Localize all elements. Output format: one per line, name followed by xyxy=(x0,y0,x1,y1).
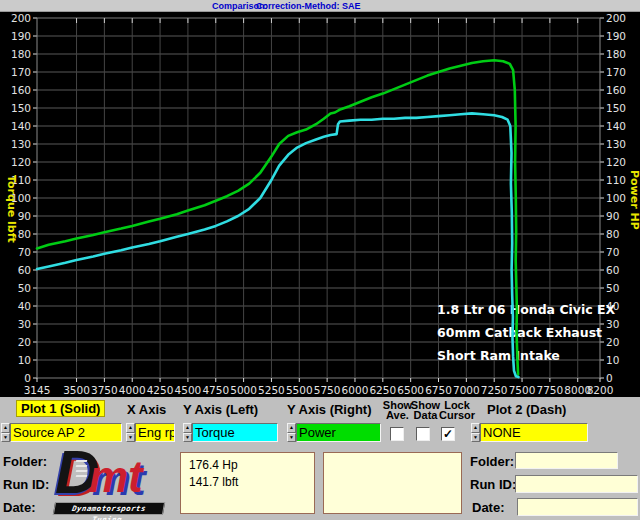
peak-power-value: 176.4 Hp xyxy=(189,457,306,474)
svg-text:50: 50 xyxy=(18,282,31,294)
spinner-down-icon[interactable]: ▼ xyxy=(471,433,480,443)
logo-banner-text: Dynamotorsports Tuning xyxy=(53,502,165,515)
dyno-chart-area[interactable]: 0010102020303040405050606070708080909010… xyxy=(0,12,640,397)
folder-label-right: Folder: xyxy=(470,454,514,469)
spinner-up-icon[interactable]: ▲ xyxy=(1,423,10,433)
svg-text:60mm Catback Exhaust: 60mm Catback Exhaust xyxy=(437,325,602,340)
svg-text:20: 20 xyxy=(606,336,619,348)
spinner-down-icon[interactable]: ▼ xyxy=(126,433,135,443)
svg-text:Power HP: Power HP xyxy=(628,170,640,230)
svg-text:170: 170 xyxy=(606,66,626,78)
correction-method-label: Correction-Method: SAE xyxy=(256,1,361,11)
y-axis-left-value[interactable]: Torque xyxy=(192,423,278,442)
plot1-source-spinner[interactable]: ▲▼ xyxy=(1,423,10,442)
run-id-input[interactable] xyxy=(515,475,638,493)
spinner-up-icon[interactable]: ▲ xyxy=(287,423,296,433)
svg-text:10: 10 xyxy=(606,354,619,366)
spinner-down-icon[interactable]: ▼ xyxy=(183,433,192,443)
y-axis-right-section-label: Y Axis (Right) xyxy=(287,402,372,417)
svg-text:60: 60 xyxy=(18,264,31,276)
svg-text:200: 200 xyxy=(606,12,626,24)
svg-text:7500: 7500 xyxy=(509,384,536,396)
svg-text:7000: 7000 xyxy=(453,384,480,396)
y-axis-right-value[interactable]: Power xyxy=(296,423,381,442)
svg-text:Short Ram Intake: Short Ram Intake xyxy=(437,348,560,363)
plot2-value[interactable]: NONE xyxy=(480,423,588,442)
svg-text:7250: 7250 xyxy=(481,384,508,396)
x-axis-combo[interactable]: ▲▼ Eng rpm xyxy=(126,423,175,442)
svg-text:160: 160 xyxy=(606,84,626,96)
svg-text:180: 180 xyxy=(11,48,31,60)
plot1-results-box: 176.4 Hp 141.7 lbft xyxy=(180,452,315,514)
svg-text:30: 30 xyxy=(606,318,619,330)
logo-stripe xyxy=(76,460,88,462)
dmt-logo: D mt Dynamotorsports Tuning xyxy=(53,446,167,518)
y-axis-left-spinner[interactable]: ▲▼ xyxy=(183,423,192,442)
y-axis-left-combo[interactable]: ▲▼ Torque xyxy=(183,423,278,442)
svg-text:130: 130 xyxy=(606,138,626,150)
svg-text:170: 170 xyxy=(11,66,31,78)
svg-text:3500: 3500 xyxy=(63,384,90,396)
x-axis-spinner[interactable]: ▲▼ xyxy=(126,423,135,442)
svg-text:190: 190 xyxy=(11,30,31,42)
plot2-spinner[interactable]: ▲▼ xyxy=(471,423,480,442)
svg-text:Torque lbft: Torque lbft xyxy=(5,175,18,243)
peak-torque-value: 141.7 lbft xyxy=(189,474,306,491)
svg-text:5000: 5000 xyxy=(230,384,257,396)
plot2-section-label: Plot 2 (Dash) xyxy=(487,402,566,417)
svg-text:80: 80 xyxy=(18,228,31,240)
logo-stripe xyxy=(76,475,88,477)
checkmark-icon: ✓ xyxy=(443,427,453,441)
svg-text:30: 30 xyxy=(18,318,31,330)
plot1-section-label: Plot 1 (Solid) xyxy=(16,400,105,417)
svg-text:110: 110 xyxy=(606,174,626,186)
svg-text:50: 50 xyxy=(606,282,619,294)
svg-text:160: 160 xyxy=(11,84,31,96)
x-axis-value[interactable]: Eng rpm xyxy=(135,423,175,442)
dyno-app-window: Comparison: Correction-Method: SAE 00101… xyxy=(0,0,640,520)
svg-text:200: 200 xyxy=(11,12,31,24)
date-input[interactable] xyxy=(517,498,638,516)
plot2-combo[interactable]: ▲▼ NONE xyxy=(471,423,588,442)
svg-text:40: 40 xyxy=(18,300,31,312)
svg-text:3750: 3750 xyxy=(91,384,118,396)
svg-text:5250: 5250 xyxy=(258,384,285,396)
spinner-up-icon[interactable]: ▲ xyxy=(126,423,135,433)
svg-text:4000: 4000 xyxy=(119,384,146,396)
spinner-up-icon[interactable]: ▲ xyxy=(471,423,480,433)
svg-text:0: 0 xyxy=(606,372,613,384)
show-data-checkbox[interactable] xyxy=(416,427,430,441)
svg-text:6250: 6250 xyxy=(369,384,396,396)
svg-text:90: 90 xyxy=(18,210,31,222)
spinner-down-icon[interactable]: ▼ xyxy=(1,433,10,443)
plot2-results-box xyxy=(323,452,462,514)
svg-text:140: 140 xyxy=(606,120,626,132)
svg-text:0: 0 xyxy=(24,372,31,384)
spinner-down-icon[interactable]: ▼ xyxy=(287,433,296,443)
y-axis-right-spinner[interactable]: ▲▼ xyxy=(287,423,296,442)
svg-text:180: 180 xyxy=(606,48,626,60)
svg-text:10: 10 xyxy=(18,354,31,366)
folder-input[interactable] xyxy=(515,452,618,469)
lock-cursor-checkbox[interactable]: ✓ xyxy=(441,427,455,441)
logo-stripe xyxy=(76,465,88,467)
svg-text:120: 120 xyxy=(606,156,626,168)
run-id-label-left: Run ID: xyxy=(3,477,49,492)
svg-text:130: 130 xyxy=(11,138,31,150)
comparison-bar: Comparison: Correction-Method: SAE xyxy=(0,0,640,12)
svg-text:70: 70 xyxy=(606,246,619,258)
svg-text:6750: 6750 xyxy=(425,384,452,396)
svg-text:4750: 4750 xyxy=(202,384,229,396)
y-axis-right-combo[interactable]: ▲▼ Power xyxy=(287,423,381,442)
spinner-up-icon[interactable]: ▲ xyxy=(183,423,192,433)
svg-text:3145: 3145 xyxy=(24,384,51,396)
show-ave-checkbox[interactable] xyxy=(390,427,404,441)
logo-stripe xyxy=(76,470,88,472)
svg-text:190: 190 xyxy=(606,30,626,42)
y-axis-left-section-label: Y Axis (Left) xyxy=(183,402,258,417)
svg-text:1.8 Ltr 06 Honda Civic EX: 1.8 Ltr 06 Honda Civic EX xyxy=(437,302,616,317)
svg-text:150: 150 xyxy=(606,102,626,114)
lock-cursor-label: Lock Cursor xyxy=(436,400,478,420)
svg-text:8200: 8200 xyxy=(587,384,614,396)
svg-text:90: 90 xyxy=(606,210,619,222)
